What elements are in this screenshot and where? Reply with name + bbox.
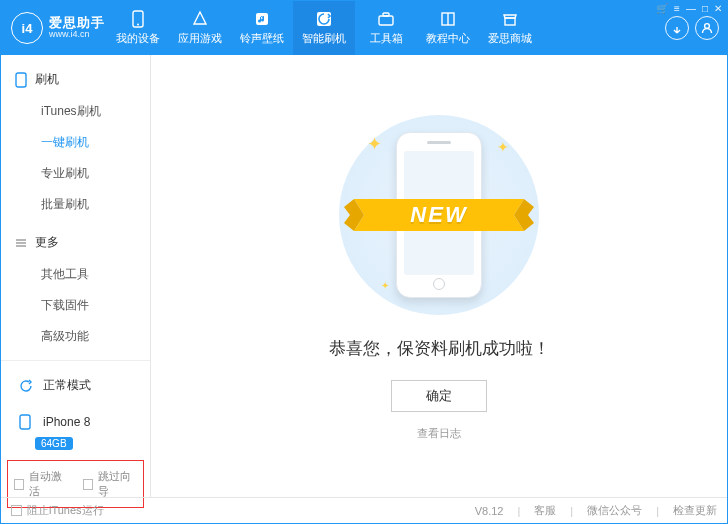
version-label: V8.12	[475, 505, 504, 517]
separator: |	[656, 505, 659, 517]
ribbon-label: NEW	[410, 202, 467, 228]
toolbox-icon	[377, 10, 395, 28]
sidebar: 刷机 iTunes刷机 一键刷机 专业刷机 批量刷机 更多 其他工具 下载固件 …	[1, 55, 151, 497]
refresh-icon	[19, 379, 35, 393]
nav-store[interactable]: 爱思商城	[479, 1, 541, 55]
sparkle-icon: ✦	[381, 280, 389, 291]
sidebar-item-advanced[interactable]: 高级功能	[1, 321, 150, 352]
checkbox-label: 阻止iTunes运行	[27, 503, 104, 518]
brand: i4 爱思助手 www.i4.cn	[1, 12, 107, 44]
svg-rect-4	[379, 16, 393, 25]
checkbox-label: 自动激活	[29, 469, 68, 499]
success-illustration: ✦ ✦ ✦ NEW	[339, 115, 539, 315]
sidebar-section-more: 更多	[1, 228, 150, 257]
confirm-button[interactable]: 确定	[391, 380, 487, 412]
phone-icon	[19, 414, 35, 430]
menu-icon[interactable]: ≡	[674, 3, 680, 14]
phone-icon	[129, 10, 147, 28]
auto-activate-checkbox[interactable]: 自动激活	[14, 469, 69, 499]
brand-url: www.i4.cn	[49, 30, 105, 40]
store-icon	[501, 10, 519, 28]
flash-icon	[315, 10, 333, 28]
status-bar: 阻止iTunes运行 V8.12 | 客服 | 微信公众号 | 检查更新	[1, 497, 727, 523]
nav-label: 工具箱	[370, 31, 403, 46]
minimize-button[interactable]: —	[686, 3, 696, 14]
svg-rect-5	[383, 13, 389, 16]
maximize-button[interactable]: □	[702, 3, 708, 14]
window-controls: 🛒 ≡ — □ ✕	[656, 3, 722, 14]
svg-point-9	[705, 24, 710, 29]
sparkle-icon: ✦	[367, 133, 382, 155]
nav-apps[interactable]: 应用游戏	[169, 1, 231, 55]
checkbox-icon	[14, 479, 24, 490]
wechat-link[interactable]: 微信公众号	[587, 503, 642, 518]
section-title: 刷机	[35, 71, 59, 88]
book-icon	[439, 10, 457, 28]
device-name: iPhone 8	[43, 415, 90, 429]
nav-label: 铃声壁纸	[240, 31, 284, 46]
svg-rect-10	[16, 73, 26, 87]
header-right	[665, 16, 727, 40]
nav-label: 教程中心	[426, 31, 470, 46]
device-indicator[interactable]: iPhone 8 64GB	[11, 408, 140, 450]
nav-label: 智能刷机	[302, 31, 346, 46]
success-message: 恭喜您，保资料刷机成功啦！	[329, 337, 550, 360]
nav-my-device[interactable]: 我的设备	[107, 1, 169, 55]
nav-tutorials[interactable]: 教程中心	[417, 1, 479, 55]
nav-label: 应用游戏	[178, 31, 222, 46]
brand-name: 爱思助手	[49, 16, 105, 30]
sidebar-item-oneclick-flash[interactable]: 一键刷机	[1, 127, 150, 158]
nav-flash[interactable]: 智能刷机	[293, 1, 355, 55]
nav-toolbox[interactable]: 工具箱	[355, 1, 417, 55]
brand-logo-icon: i4	[11, 12, 43, 44]
section-title: 更多	[35, 234, 59, 251]
new-ribbon: NEW	[344, 189, 534, 241]
storage-badge: 64GB	[35, 437, 73, 450]
nav-label: 我的设备	[116, 31, 160, 46]
mode-indicator[interactable]: 正常模式	[11, 371, 140, 400]
separator: |	[570, 505, 573, 517]
nav-ringtones[interactable]: 铃声壁纸	[231, 1, 293, 55]
sparkle-icon: ✦	[497, 139, 509, 155]
checkbox-icon	[83, 479, 93, 490]
svg-point-1	[137, 24, 139, 26]
sidebar-item-itunes-flash[interactable]: iTunes刷机	[1, 96, 150, 127]
close-button[interactable]: ✕	[714, 3, 722, 14]
view-log-link[interactable]: 查看日志	[417, 426, 461, 441]
checkbox-icon	[11, 505, 22, 516]
checkbox-label: 跳过向导	[98, 469, 137, 499]
top-nav: 我的设备 应用游戏 铃声壁纸 智能刷机 工具箱 教程中心	[107, 1, 541, 55]
sidebar-item-batch-flash[interactable]: 批量刷机	[1, 189, 150, 220]
block-itunes-checkbox[interactable]: 阻止iTunes运行	[11, 503, 104, 518]
nav-label: 爱思商城	[488, 31, 532, 46]
sidebar-item-other-tools[interactable]: 其他工具	[1, 259, 150, 290]
user-button[interactable]	[695, 16, 719, 40]
sync-button[interactable]	[665, 16, 689, 40]
check-update-link[interactable]: 检查更新	[673, 503, 717, 518]
svg-rect-8	[505, 18, 515, 25]
mode-label: 正常模式	[43, 377, 91, 394]
main-content: ✦ ✦ ✦ NEW 恭喜您，保资料刷机成功啦！ 确定 查看日志	[151, 55, 727, 497]
cart-icon[interactable]: 🛒	[656, 3, 668, 14]
apps-icon	[191, 10, 209, 28]
support-link[interactable]: 客服	[534, 503, 556, 518]
hamburger-icon	[15, 237, 27, 249]
skip-guide-checkbox[interactable]: 跳过向导	[83, 469, 138, 499]
phone-icon	[15, 72, 27, 88]
music-icon	[253, 10, 271, 28]
sidebar-section-flash: 刷机	[1, 65, 150, 94]
sidebar-item-pro-flash[interactable]: 专业刷机	[1, 158, 150, 189]
sidebar-item-download-firmware[interactable]: 下载固件	[1, 290, 150, 321]
app-header: 🛒 ≡ — □ ✕ i4 爱思助手 www.i4.cn 我的设备 应用游戏	[1, 1, 727, 55]
svg-rect-14	[20, 415, 30, 429]
separator: |	[517, 505, 520, 517]
